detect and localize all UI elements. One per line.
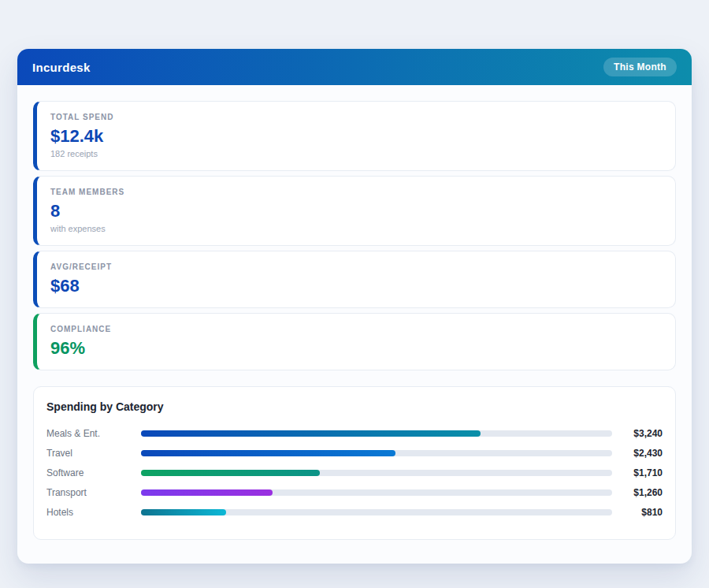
bar-track <box>141 450 612 456</box>
category-label: Software <box>46 467 141 478</box>
stat-card-compliance: COMPLIANCE 96% <box>33 313 676 370</box>
category-label: Hotels <box>46 507 141 518</box>
panel-body: TOTAL SPEND $12.4k 182 receipts TEAM MEM… <box>17 85 692 564</box>
category-value: $3,240 <box>612 428 663 439</box>
stat-subtext: with expenses <box>50 223 662 234</box>
stat-card-team-members: TEAM MEMBERS 8 with expenses <box>33 176 676 246</box>
category-value: $2,430 <box>612 448 663 459</box>
app-header: Incurdesk This Month <box>17 49 692 85</box>
bar-track <box>141 509 612 515</box>
category-value: $1,710 <box>612 467 663 478</box>
bar-track <box>141 489 612 496</box>
stat-label: AVG/RECEIPT <box>50 262 662 273</box>
stat-value: 96% <box>50 337 662 359</box>
stat-subtext: 182 receipts <box>50 148 662 159</box>
stat-label: COMPLIANCE <box>50 324 662 335</box>
period-badge-button[interactable]: This Month <box>603 58 677 76</box>
stat-card-avg-receipt: AVG/RECEIPT $68 <box>33 251 676 308</box>
bar-row-hotels: Hotels $810 <box>46 502 663 522</box>
stat-value: 8 <box>50 200 662 221</box>
bar-fill <box>141 470 320 476</box>
category-value: $810 <box>612 507 663 518</box>
spending-by-category-card: Spending by Category Meals & Ent. $3,240… <box>33 386 676 540</box>
bar-track <box>141 430 612 437</box>
category-label: Transport <box>46 487 141 498</box>
stat-value: $68 <box>50 275 662 296</box>
stat-label: TEAM MEMBERS <box>50 187 662 198</box>
bar-row-software: Software $1,710 <box>46 463 663 482</box>
category-label: Meals & Ent. <box>46 428 141 439</box>
chart-title: Spending by Category <box>46 400 663 413</box>
app-title: Incurdesk <box>32 61 91 74</box>
bar-fill <box>141 430 481 437</box>
bar-row-transport: Transport $1,260 <box>46 482 663 502</box>
bar-track <box>141 470 612 476</box>
stat-value: $12.4k <box>50 125 662 147</box>
bar-fill <box>141 489 273 496</box>
bar-row-meals: Meals & Ent. $3,240 <box>46 423 663 443</box>
category-label: Travel <box>46 448 141 459</box>
stat-card-total-spend: TOTAL SPEND $12.4k 182 receipts <box>33 101 676 171</box>
category-value: $1,260 <box>612 487 663 498</box>
bar-row-travel: Travel $2,430 <box>46 443 663 463</box>
dashboard-panel: Incurdesk This Month TOTAL SPEND $12.4k … <box>17 49 692 564</box>
bar-fill <box>141 509 226 515</box>
bar-fill <box>141 450 395 456</box>
stat-label: TOTAL SPEND <box>50 112 662 123</box>
